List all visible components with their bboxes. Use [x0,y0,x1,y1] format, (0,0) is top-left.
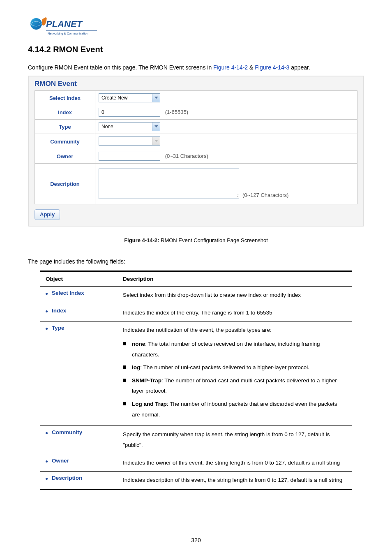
figure-link-2[interactable]: Figure 4-14-3 [255,64,289,71]
type-none-text: : The total number of octets received on… [132,341,320,358]
bullet-icon [46,460,48,462]
caption-text: RMON Event Configuration Page Screenshot [159,237,267,243]
chevron-down-icon [152,123,160,131]
object-label: Index [52,308,66,314]
community-dropdown[interactable] [99,136,160,146]
label-description: Description [35,164,95,204]
fields-table: Object Description Select Index Select i… [40,271,352,490]
bullet-icon [46,293,48,295]
type-value: None [99,123,152,131]
bullet-icon [46,328,48,330]
description-note: (0~127 Charactors) [242,192,288,199]
object-label: Type [52,325,65,331]
square-bullet-icon [123,379,126,382]
table-row: Owner Indicates the owner of this event,… [40,454,352,472]
planet-logo-icon: PLANET Networking & Communication [28,15,98,37]
object-community: Community [46,429,111,435]
type-intro: Indicates the notification of the event,… [123,327,272,333]
desc-type: Indicates the notification of the event,… [117,321,352,426]
table-row: Type Indicates the notification of the e… [40,321,352,426]
object-label: Community [52,429,82,435]
type-snmptrap-text: : The number of broad-cast and multi-cas… [132,377,339,394]
apply-button[interactable]: Apply [35,209,60,220]
list-item: none: The total number of octets receive… [123,339,346,360]
intro-mid: & [248,64,255,71]
section-heading: 4.14.2 RMON Event [28,45,364,54]
chevron-down-icon [152,94,160,102]
svg-text:PLANET: PLANET [46,19,83,29]
svg-point-0 [30,18,42,30]
object-owner: Owner [46,458,111,464]
form-table: Select Index Create New Index (1-65535) [35,90,357,204]
desc-community: Specify the community when trap is sent,… [117,426,352,454]
col-object: Object [40,271,117,287]
table-row: Community Specify the community when tra… [40,426,352,454]
desc-description: Indicates description of this event, the… [117,472,352,490]
intro-paragraph: Configure RMON Event table on this page.… [28,64,364,71]
community-value [99,137,152,145]
page-number: 320 [0,537,392,543]
caption-bold: Figure 4-14-2: [124,237,159,243]
svg-text:Networking & Communication: Networking & Communication [48,32,88,35]
description-textarea[interactable]: ..:: [99,169,239,199]
bullet-icon [46,478,48,480]
object-label: Select Index [52,290,84,296]
table-row: Select Index Select index from this drop… [40,287,352,304]
col-description: Description [117,271,352,287]
brand-logo: PLANET Networking & Communication [28,15,364,37]
type-none-label: none [132,341,145,347]
object-select-index: Select Index [46,290,111,296]
label-type: Type [35,120,95,134]
label-index: Index [35,105,95,120]
select-index-dropdown[interactable]: Create New [99,93,160,102]
type-snmptrap-label: SNMP-Trap [132,377,161,384]
rmon-event-panel: RMON Event Select Index Create New Index [28,76,364,227]
object-label: Owner [52,458,69,464]
type-log-label: log [132,364,140,370]
square-bullet-icon [123,365,126,369]
square-bullet-icon [123,342,126,345]
label-select-index: Select Index [35,91,95,105]
owner-input[interactable] [99,152,160,161]
list-item: Log and Trap: The number of inbound pack… [123,399,346,420]
panel-title: RMON Event [29,76,363,90]
intro-pre: Configure RMON Event table on this page.… [28,64,213,71]
chevron-down-icon [152,137,160,145]
bullet-icon [46,310,48,312]
object-description: Description [46,475,111,481]
figure-link-1[interactable]: Figure 4-14-2 [213,64,248,71]
index-input[interactable] [99,108,160,117]
resize-handle-icon: ..:: [237,193,238,198]
table-row: Description Indicates description of thi… [40,472,352,490]
index-note: (1-65535) [165,109,188,115]
label-owner: Owner [35,149,95,164]
type-log-text: : The number of uni-cast packets deliver… [140,364,309,370]
list-item: SNMP-Trap: The number of broad-cast and … [123,375,346,396]
square-bullet-icon [123,402,126,405]
table-row: Index Indicates the index of the entry. … [40,304,352,321]
object-type: Type [46,325,111,331]
bullet-icon [46,432,48,434]
type-logandtrap-label: Log and Trap [132,401,167,407]
figure-caption: Figure 4-14-2: RMON Event Configuration … [28,237,364,243]
list-item: log: The number of uni-cast packets deli… [123,362,346,373]
select-index-value: Create New [99,94,152,102]
fields-intro: The page includes the following fields: [28,258,364,265]
desc-owner: Indicates the owner of this event, the s… [117,454,352,472]
desc-index: Indicates the index of the entry. The ra… [117,304,352,321]
intro-post: appear. [289,64,310,71]
object-index: Index [46,308,111,314]
owner-note: (0~31 Charactors) [165,153,208,159]
type-dropdown[interactable]: None [99,122,160,131]
label-community: Community [35,134,95,149]
desc-select-index: Select index from this drop-down list to… [117,287,352,304]
object-label: Description [52,475,82,481]
